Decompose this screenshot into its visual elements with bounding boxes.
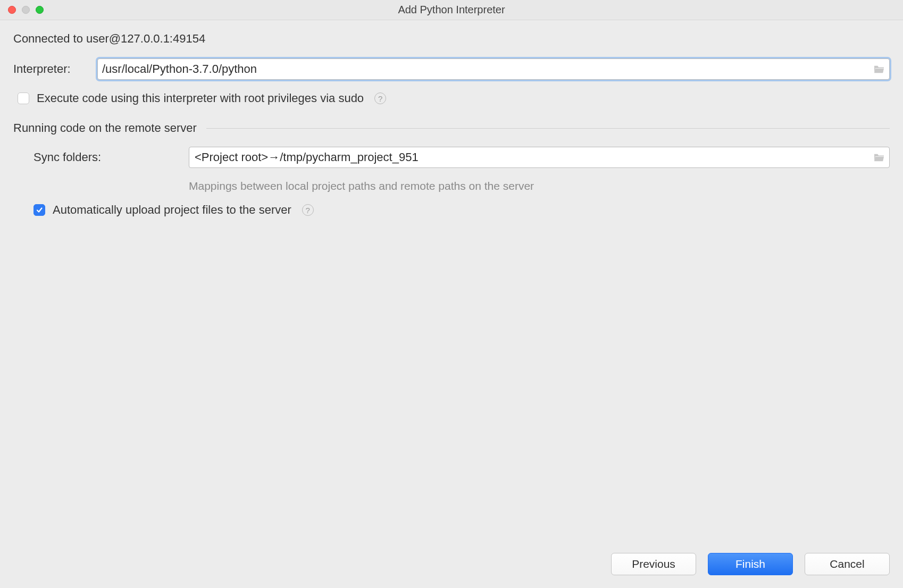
previous-button[interactable]: Previous (611, 553, 696, 575)
sync-hint-row: Mappings between local project paths and… (13, 173, 890, 203)
section-rule (206, 128, 890, 129)
dialog-content: Connected to user@127.0.0.1:49154 Interp… (0, 20, 903, 217)
window-zoom-button[interactable] (36, 6, 44, 14)
interpreter-browse-button[interactable] (869, 64, 889, 74)
help-icon[interactable]: ? (374, 93, 386, 104)
sudo-checkbox-row: Execute code using this interpreter with… (18, 91, 890, 105)
window-minimize-button[interactable] (22, 6, 30, 14)
remote-section-heading: Running code on the remote server (13, 121, 890, 135)
cancel-button[interactable]: Cancel (805, 553, 890, 575)
help-icon[interactable]: ? (302, 204, 314, 216)
sync-folders-row: Sync folders: <Project root>→/tmp/pychar… (13, 147, 890, 168)
auto-upload-label: Automatically upload project files to th… (53, 203, 291, 217)
sync-folders-browse-button[interactable] (869, 153, 889, 162)
interpreter-path-input[interactable] (98, 59, 869, 79)
sync-folders-input-wrapper: <Project root>→/tmp/pycharm_project_951 (189, 147, 890, 168)
remote-section-title: Running code on the remote server (13, 121, 197, 135)
window-close-button[interactable] (8, 6, 16, 14)
interpreter-row: Interpreter: (13, 58, 890, 80)
window-title: Add Python Interpreter (0, 4, 903, 16)
check-icon (36, 206, 43, 214)
sudo-checkbox[interactable] (18, 93, 29, 104)
sync-folders-hint: Mappings between local project paths and… (189, 180, 534, 192)
interpreter-label: Interpreter: (13, 62, 97, 76)
connection-status: Connected to user@127.0.0.1:49154 (13, 32, 890, 46)
folder-open-icon (873, 153, 885, 162)
auto-upload-checkbox[interactable] (34, 204, 45, 216)
sync-folders-field[interactable]: <Project root>→/tmp/pycharm_project_951 (189, 147, 869, 167)
sudo-checkbox-label: Execute code using this interpreter with… (37, 91, 364, 105)
auto-upload-row: Automatically upload project files to th… (34, 203, 890, 217)
dialog-footer: Previous Finish Cancel (611, 553, 890, 575)
window-traffic-lights (0, 6, 44, 14)
folder-open-icon (873, 64, 885, 74)
finish-button[interactable]: Finish (708, 553, 793, 575)
sync-folders-label: Sync folders: (13, 150, 189, 164)
titlebar: Add Python Interpreter (0, 0, 903, 20)
interpreter-input-wrapper (97, 58, 890, 80)
